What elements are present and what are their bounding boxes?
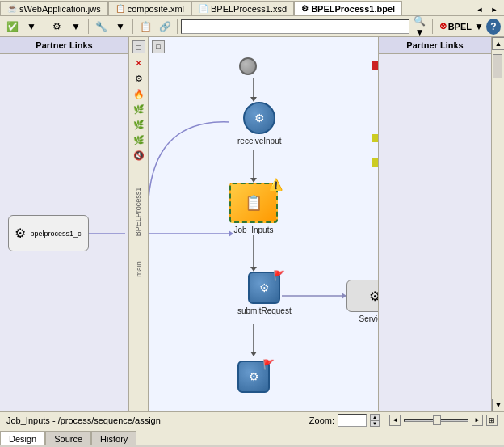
bpelprocess-rotated-label: BPELProcess1 <box>135 188 143 237</box>
tab-source[interactable]: Source <box>45 431 91 445</box>
canvas-area[interactable]: □ <box>149 37 378 411</box>
main-content: Partner Links ⚙ bpelprocess1_cli... □ ✕ … <box>0 37 504 411</box>
tab-design[interactable]: Design <box>0 431 45 445</box>
bpel-label: ⊗ <box>439 21 447 32</box>
run-button[interactable]: ✅ <box>3 19 21 35</box>
main-rotated-label: main <box>134 261 142 277</box>
strip-btn-7[interactable]: 🔇 <box>132 148 146 162</box>
dropdown1-button[interactable]: ▼ <box>23 19 40 35</box>
jws-icon: ☕ <box>7 4 17 13</box>
service1-box: ⚙ <box>346 280 378 312</box>
client-box[interactable]: ⚙ bpelprocess1_cli... <box>8 215 89 251</box>
minimize-button[interactable]: ◄ <box>473 4 486 15</box>
tool3-button[interactable]: 🔧 <box>92 19 110 35</box>
bottom-invoke-box: ⚙ 🚩 <box>237 361 270 393</box>
tab-history[interactable]: History <box>91 431 136 445</box>
bottom-node[interactable]: ⚙ 🚩 <box>237 361 270 393</box>
tab-bpel[interactable]: ⚙ BPELProcess1.bpel <box>294 1 402 15</box>
left-panel-title: Partner Links <box>0 37 128 54</box>
zoom-input[interactable]: 100 <box>338 414 367 427</box>
main-label-container: main <box>131 253 147 285</box>
left-tool-strip: □ ✕ ⚙ 🔥 🌿 🌿 🌿 🔇 BPELProcess1 main <box>129 37 149 411</box>
toolbar: ✅ ▼ ⚙ ▼ 🔧 ▼ 📋 🔗 🔍▼ ⊗ BPEL ▼ ? <box>0 16 504 37</box>
submit-request-label: submitRequest <box>237 306 292 315</box>
tool4-button[interactable]: 📋 <box>136 19 154 35</box>
warning-marker-yellow <box>372 134 378 142</box>
strip-btn-3[interactable]: 🔥 <box>132 86 146 101</box>
warning-marker-yellow2 <box>372 158 378 167</box>
search-input[interactable] <box>181 19 410 34</box>
bottom-tabs: Design Source History <box>0 428 504 445</box>
scroll-thumb[interactable] <box>493 54 502 78</box>
receive-input-circle: ⚙ <box>243 102 275 134</box>
tool2-button[interactable]: ⚙ <box>48 19 65 35</box>
zoom-down-button[interactable]: ▼ <box>370 420 380 427</box>
svg-marker-8 <box>250 352 257 356</box>
tool2b-button[interactable]: ▼ <box>67 19 85 35</box>
hscroll-left-button[interactable]: ◄ <box>389 415 401 426</box>
xsd-icon: 📄 <box>199 4 208 13</box>
start-node <box>239 57 257 75</box>
sep3 <box>132 19 133 34</box>
strip-btn-5[interactable]: 🌿 <box>132 117 146 132</box>
receive-input-label: receiveInput <box>237 137 281 145</box>
service1-gear-icon: ⚙ <box>369 289 378 304</box>
sep5 <box>432 19 433 34</box>
restore-button[interactable]: ► <box>488 4 501 15</box>
tab-history-label: History <box>100 434 128 444</box>
submit-request-box: ⚙ 🚩 <box>248 272 280 304</box>
scrollbar-right[interactable]: ▲ ▼ <box>491 37 504 411</box>
invoke-gear-icon: ⚙ <box>259 281 270 294</box>
zoom-slider-thumb[interactable] <box>433 415 441 425</box>
path-node-name: Job_Inputs <box>6 415 50 425</box>
zoom-slider-track[interactable] <box>404 419 468 422</box>
zoom-area: Zoom: 100 ▲ ▼ ◄ ► ⊞ <box>309 414 498 427</box>
tab-source-label: Source <box>54 434 82 444</box>
sep2 <box>88 19 89 34</box>
help-button[interactable]: ? <box>486 19 501 35</box>
zoom-spinner: ▲ ▼ <box>370 414 380 427</box>
job-inputs-node[interactable]: 📋 ⚠️ Job_Inputs <box>229 183 278 234</box>
right-panel-title: Partner Links <box>379 37 491 54</box>
flag-icon-bottom: 🚩 <box>262 359 275 370</box>
client-label: bpelprocess1_cli... <box>31 230 83 238</box>
receive-input-node[interactable]: ⚙ receiveInput <box>237 102 281 145</box>
assign-icon: 📋 <box>245 194 262 212</box>
collapse-btn[interactable]: □ <box>132 40 145 53</box>
canvas-collapse-btn[interactable]: □ <box>152 40 165 53</box>
tab-composite[interactable]: 📋 composite.xml <box>108 1 191 15</box>
scroll-track <box>492 50 504 399</box>
scroll-up-button[interactable]: ▲ <box>492 37 504 50</box>
strip-btn-1[interactable]: ✕ <box>132 56 146 70</box>
job-inputs-box: 📋 ⚠️ <box>229 183 278 223</box>
tab-bar: ☕ sWebApplication.jws 📋 composite.xml 📄 … <box>0 0 504 16</box>
sep1 <box>44 19 44 34</box>
submit-request-node[interactable]: ⚙ 🚩 submitRequest <box>237 272 292 315</box>
search-button[interactable]: 🔍▼ <box>411 19 429 35</box>
bpel-dropdown-button[interactable]: ▼ <box>473 19 485 35</box>
bpel-text: BPEL <box>448 22 472 32</box>
path-value: /process/sequence/assign <box>58 415 161 425</box>
rotated-label-container: BPELProcess1 <box>131 179 147 244</box>
service1-node[interactable]: ⚙ Service1 <box>346 280 378 323</box>
bpel-menu: ⊗ BPEL ▼ ? <box>439 19 501 35</box>
tool5-button[interactable]: 🔗 <box>156 19 174 35</box>
scroll-down-button[interactable]: ▼ <box>492 399 504 411</box>
tab-jws[interactable]: ☕ sWebApplication.jws <box>0 1 108 15</box>
hscroll-right-button[interactable]: ► <box>472 415 483 426</box>
strip-btn-2[interactable]: ⚙ <box>132 71 146 86</box>
flag-icon-submit: 🚩 <box>273 270 285 281</box>
zoom-up-button[interactable]: ▲ <box>370 414 380 420</box>
strip-btn-6[interactable]: 🌿 <box>132 133 146 147</box>
right-markers <box>372 61 378 167</box>
tab-composite-label: composite.xml <box>128 4 184 14</box>
fit-window-button[interactable]: ⊞ <box>486 415 498 426</box>
path-separator: - <box>52 415 58 425</box>
status-bar: Job_Inputs - /process/sequence/assign Zo… <box>0 411 504 428</box>
path-label: Job_Inputs - /process/sequence/assign <box>6 415 161 425</box>
tool3b-button[interactable]: ▼ <box>111 19 129 35</box>
composite-icon: 📋 <box>116 4 125 13</box>
warning-icon: ⚠️ <box>269 178 283 191</box>
tab-xsd[interactable]: 📄 BPELProcess1.xsd <box>191 1 294 15</box>
strip-btn-4[interactable]: 🌿 <box>132 102 146 116</box>
